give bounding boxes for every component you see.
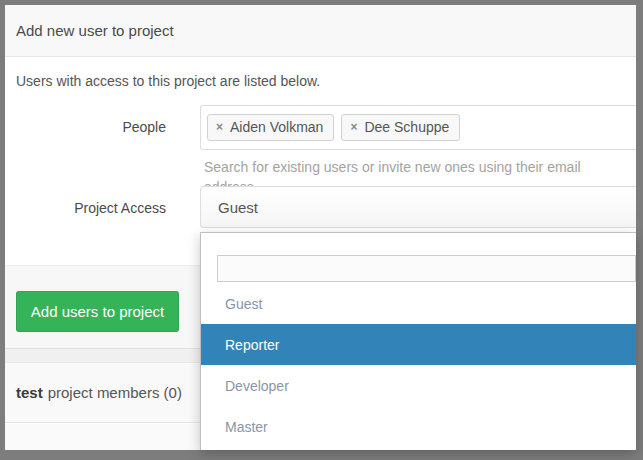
project-access-select[interactable]: Guest bbox=[200, 186, 636, 228]
token-user-name: Dee Schuppe bbox=[364, 119, 449, 135]
add-users-button[interactable]: Add users to project bbox=[16, 291, 179, 332]
people-token: ×Aiden Volkman bbox=[207, 114, 334, 141]
dropdown-search-input[interactable] bbox=[217, 255, 636, 282]
project-access-selected-value: Guest bbox=[218, 199, 258, 216]
dropdown-option-guest[interactable]: Guest bbox=[201, 283, 636, 324]
dialog-title: Add new user to project bbox=[16, 22, 174, 39]
intro-text: Users with access to this project are li… bbox=[16, 71, 320, 91]
dropdown-option-master[interactable]: Master bbox=[201, 406, 636, 447]
people-token: ×Dee Schuppe bbox=[341, 114, 460, 141]
people-token-input[interactable]: ×Aiden Volkman×Dee Schuppe bbox=[200, 105, 636, 150]
remove-token-icon[interactable]: × bbox=[350, 121, 357, 133]
project-access-label: Project Access bbox=[5, 198, 166, 218]
add-user-dialog-window: Add new user to project Users with acces… bbox=[0, 0, 643, 460]
dropdown-option-developer[interactable]: Developer bbox=[201, 365, 636, 406]
dialog-header: Add new user to project bbox=[5, 5, 636, 57]
remove-token-icon[interactable]: × bbox=[216, 121, 223, 133]
dropdown-option-list: GuestReporterDeveloperMaster bbox=[201, 283, 636, 447]
dropdown-option-reporter[interactable]: Reporter bbox=[201, 324, 636, 365]
project-access-dropdown: GuestReporterDeveloperMaster bbox=[200, 232, 636, 450]
members-heading-text: project members (0) bbox=[48, 384, 182, 401]
people-label: People bbox=[5, 117, 166, 137]
project-name: test bbox=[16, 384, 43, 401]
token-user-name: Aiden Volkman bbox=[230, 119, 323, 135]
